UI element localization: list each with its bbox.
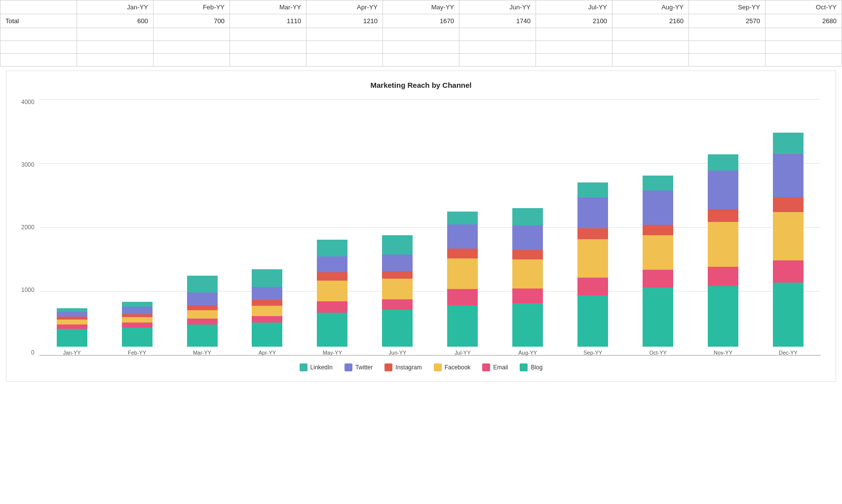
bar-segment-blog bbox=[317, 313, 347, 347]
total-jun: 1740 bbox=[459, 14, 536, 28]
header-cell-jan: Jan-YY bbox=[77, 0, 153, 14]
y-label-1000: 1000 bbox=[21, 287, 35, 293]
bar-segment-linkedin bbox=[643, 176, 673, 190]
bar-segment-email bbox=[252, 316, 282, 323]
total-apr: 1210 bbox=[306, 14, 383, 28]
legend-label-twitter: Twitter bbox=[355, 364, 373, 371]
spreadsheet-total-row: Total 600 700 1110 1210 1670 1740 2100 2… bbox=[0, 14, 842, 28]
bar-segment-blog bbox=[512, 303, 543, 347]
bar-segment-facebook bbox=[122, 317, 153, 322]
bar-segment-linkedin bbox=[382, 235, 413, 254]
bar-segment-blog bbox=[187, 324, 218, 347]
legend-swatch-instagram bbox=[384, 363, 392, 371]
bar-stack bbox=[708, 154, 738, 347]
bar-segment-twitter bbox=[708, 171, 738, 209]
bar-segment-facebook bbox=[252, 306, 282, 316]
bar-segment-instagram bbox=[317, 272, 347, 281]
spreadsheet-header-row: Jan-YY Feb-YY Mar-YY Apr-YY May-YY Jun-Y… bbox=[0, 0, 842, 14]
legend-swatch-blog bbox=[520, 363, 528, 371]
bar-segment-linkedin bbox=[187, 276, 218, 292]
legend-label-instagram: Instagram bbox=[395, 364, 421, 371]
chart-title: Marketing Reach by Channel bbox=[21, 81, 821, 89]
bar-segment-email bbox=[122, 323, 153, 327]
bar-x-label: Jan-YY bbox=[63, 350, 81, 356]
bar-segment-blog bbox=[577, 295, 608, 347]
bar-segment-instagram bbox=[643, 225, 673, 235]
bar-segment-twitter bbox=[252, 287, 282, 300]
spreadsheet-empty-row-1 bbox=[0, 28, 842, 41]
bar-group-novyy: Nov-YY bbox=[708, 99, 738, 356]
bar-segment-blog bbox=[252, 323, 282, 347]
bar-segment-email bbox=[773, 260, 804, 283]
header-cell-apr: Apr-YY bbox=[306, 0, 383, 14]
bar-segment-facebook bbox=[577, 239, 608, 278]
chart-area: 4000 3000 2000 1000 0 Jan-YYFeb-YYMar-YY… bbox=[21, 99, 821, 356]
bar-group-mayyy: May-YY bbox=[317, 99, 347, 356]
bar-segment-linkedin bbox=[317, 240, 347, 256]
y-axis: 4000 3000 2000 1000 0 bbox=[21, 99, 39, 356]
bar-x-label: Apr-YY bbox=[259, 350, 276, 356]
bar-segment-blog bbox=[773, 283, 804, 347]
bar-stack bbox=[187, 276, 218, 347]
bar-stack bbox=[577, 182, 608, 347]
bars-row: Jan-YYFeb-YYMar-YYApr-YYMay-YYJun-YYJul-… bbox=[39, 99, 821, 356]
bar-segment-linkedin bbox=[577, 182, 608, 197]
bar-stack bbox=[643, 176, 673, 347]
bar-group-octyy: Oct-YY bbox=[643, 99, 673, 356]
bar-segment-twitter bbox=[57, 312, 87, 317]
bar-segment-twitter bbox=[317, 256, 347, 273]
total-jul: 2100 bbox=[536, 14, 612, 28]
y-label-4000: 4000 bbox=[21, 99, 35, 105]
header-cell-jul: Jul-YY bbox=[536, 0, 612, 14]
bar-segment-email bbox=[187, 319, 218, 324]
bar-group-junyy: Jun-YY bbox=[382, 99, 413, 356]
legend-item-instagram: Instagram bbox=[384, 363, 421, 371]
total-label: Total bbox=[0, 14, 77, 28]
bar-x-label: Jul-YY bbox=[455, 350, 470, 356]
bar-x-label: Dec-YY bbox=[779, 350, 798, 356]
bar-segment-email bbox=[512, 288, 543, 303]
bar-group-apryy: Apr-YY bbox=[252, 99, 282, 356]
legend-item-twitter: Twitter bbox=[344, 363, 373, 371]
bar-segment-instagram bbox=[773, 197, 804, 212]
bar-segment-email bbox=[382, 299, 413, 310]
bar-segment-facebook bbox=[643, 235, 673, 270]
bar-segment-twitter bbox=[187, 292, 218, 305]
bar-segment-email bbox=[447, 289, 478, 305]
bar-group-augyy: Aug-YY bbox=[512, 99, 543, 356]
y-label-2000: 2000 bbox=[21, 224, 35, 230]
bar-group-febyy: Feb-YY bbox=[122, 99, 153, 356]
legend-item-email: Email bbox=[482, 363, 508, 371]
header-cell-jun: Jun-YY bbox=[459, 0, 536, 14]
bar-segment-twitter bbox=[512, 225, 543, 250]
header-cell-oct: Oct-YY bbox=[765, 0, 842, 14]
bar-segment-twitter bbox=[447, 224, 478, 249]
bar-segment-blog bbox=[708, 286, 738, 347]
bar-segment-facebook bbox=[382, 279, 413, 299]
bar-stack bbox=[122, 302, 153, 347]
bar-segment-twitter bbox=[382, 254, 413, 271]
bar-group-decyy: Dec-YY bbox=[773, 99, 804, 356]
bar-segment-email bbox=[317, 301, 347, 313]
bar-segment-instagram bbox=[382, 271, 413, 279]
total-mar: 1110 bbox=[230, 14, 306, 28]
chart-legend: LinkedInTwitterInstagramFacebookEmailBlo… bbox=[21, 363, 821, 371]
legend-swatch-facebook bbox=[434, 363, 442, 371]
legend-label-linkedin: LinkedIn bbox=[310, 364, 333, 371]
bar-group-sepyy: Sep-YY bbox=[577, 99, 608, 356]
header-cell-feb: Feb-YY bbox=[153, 0, 230, 14]
header-cell-mar: Mar-YY bbox=[230, 0, 306, 14]
bar-segment-linkedin bbox=[512, 208, 543, 225]
header-cell-may: May-YY bbox=[383, 0, 459, 14]
bar-segment-instagram bbox=[252, 300, 282, 306]
bar-group-janyy: Jan-YY bbox=[57, 99, 87, 356]
bar-segment-facebook bbox=[317, 281, 347, 301]
bar-x-label: Jun-YY bbox=[388, 350, 406, 356]
bar-segment-linkedin bbox=[773, 133, 804, 154]
bar-group-maryy: Mar-YY bbox=[187, 99, 218, 356]
bar-stack bbox=[773, 133, 804, 347]
bar-segment-email bbox=[577, 278, 608, 295]
bar-x-label: Feb-YY bbox=[128, 350, 146, 356]
chart-inner: Jan-YYFeb-YYMar-YYApr-YYMay-YYJun-YYJul-… bbox=[39, 99, 821, 356]
bar-x-label: Sep-YY bbox=[583, 350, 602, 356]
